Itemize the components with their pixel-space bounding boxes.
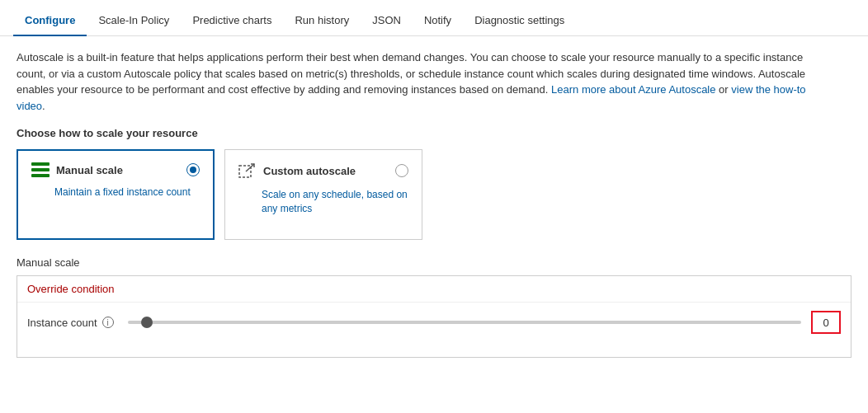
description-text: Autoscale is a built-in feature that hel… <box>17 49 817 114</box>
slider-track[interactable] <box>128 321 801 324</box>
custom-autoscale-title-row: Custom autoscale <box>238 162 356 180</box>
manual-scale-desc: Maintain a fixed instance count <box>31 185 200 199</box>
tab-notify[interactable]: Notify <box>413 6 463 36</box>
tab-json[interactable]: JSON <box>361 6 413 36</box>
manual-scale-section-label: Manual scale <box>17 256 851 269</box>
manual-scale-radio[interactable] <box>186 163 200 176</box>
custom-autoscale-header: Custom autoscale <box>238 162 408 180</box>
main-content: Autoscale is a built-in feature that hel… <box>0 36 868 371</box>
tab-scale-in-policy[interactable]: Scale-In Policy <box>87 6 181 36</box>
tabs-bar: Configure Scale-In Policy Predictive cha… <box>0 0 868 36</box>
custom-autoscale-icon <box>238 162 257 180</box>
manual-scale-radio-inner <box>190 167 196 173</box>
override-box: Override condition Instance count i 0 <box>17 275 851 358</box>
custom-autoscale-radio[interactable] <box>395 164 408 177</box>
manual-scale-icon <box>31 162 50 177</box>
instance-value-box[interactable]: 0 <box>811 311 841 334</box>
override-condition-header: Override condition <box>17 276 851 303</box>
custom-autoscale-desc: Scale on any schedule, based on any metr… <box>238 188 408 216</box>
tab-diagnostic-settings[interactable]: Diagnostic settings <box>463 6 576 36</box>
custom-autoscale-card[interactable]: Custom autoscale Scale on any schedule, … <box>224 149 422 240</box>
instance-count-label: Instance count i <box>27 317 118 329</box>
svg-rect-0 <box>239 166 251 177</box>
custom-autoscale-title: Custom autoscale <box>263 165 356 177</box>
instance-count-info-icon[interactable]: i <box>102 317 114 328</box>
manual-scale-title: Manual scale <box>56 164 123 176</box>
tab-configure[interactable]: Configure <box>13 6 87 36</box>
learn-more-link[interactable]: Learn more about Azure Autoscale <box>551 83 715 96</box>
scale-options-container: Manual scale Maintain a fixed instance c… <box>17 149 851 240</box>
slider-container <box>128 321 801 324</box>
slider-thumb[interactable] <box>141 317 153 328</box>
manual-scale-title-row: Manual scale <box>31 162 123 177</box>
tab-predictive-charts[interactable]: Predictive charts <box>181 6 283 36</box>
manual-scale-card[interactable]: Manual scale Maintain a fixed instance c… <box>17 149 215 240</box>
manual-icon-bar-1 <box>31 162 50 166</box>
manual-icon-bar-2 <box>31 168 50 171</box>
tab-run-history[interactable]: Run history <box>283 6 361 36</box>
manual-icon-bar-3 <box>31 174 50 177</box>
manual-scale-card-header: Manual scale <box>31 162 200 177</box>
instance-count-row: Instance count i 0 <box>17 303 851 342</box>
choose-scale-heading: Choose how to scale your resource <box>17 127 851 139</box>
